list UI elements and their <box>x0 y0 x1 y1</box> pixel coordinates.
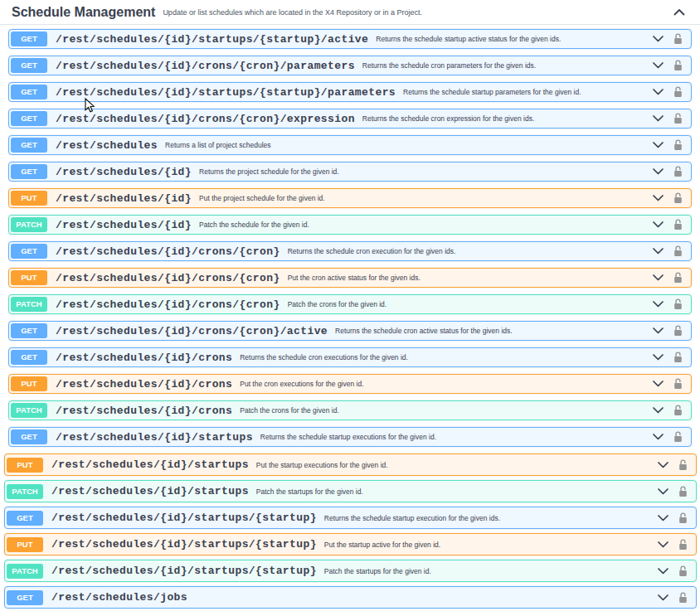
unlocked-padlock-icon[interactable] <box>673 165 683 178</box>
unlocked-padlock-icon[interactable] <box>673 430 683 444</box>
endpoint-row[interactable]: GET /rest/schedules/{id}/crons/{cron} Re… <box>8 241 692 261</box>
endpoint-row[interactable]: PATCH /rest/schedules/{id}/startups Patc… <box>4 480 697 502</box>
chevron-down-icon[interactable] <box>656 487 670 497</box>
section-collapse-button[interactable] <box>672 4 687 20</box>
method-badge: PUT <box>11 270 47 285</box>
unlocked-padlock-icon[interactable] <box>673 245 683 258</box>
unlocked-padlock-icon[interactable] <box>673 351 683 364</box>
endpoint-row[interactable]: PUT /rest/schedules/{id}/startups/{start… <box>4 533 697 555</box>
endpoint-row[interactable]: PATCH /rest/schedules/{id}/startups/{sta… <box>4 560 697 582</box>
method-badge: GET <box>7 590 43 605</box>
endpoint-path: /rest/schedules/{id}/startups/{startup}/… <box>56 33 368 46</box>
chevron-down-icon[interactable] <box>656 460 670 470</box>
chevron-down-icon[interactable] <box>656 540 670 550</box>
method-badge: PUT <box>11 376 47 391</box>
endpoint-row[interactable]: GET /rest/schedules/{id}/startups/{start… <box>4 507 697 529</box>
endpoint-row[interactable]: GET /rest/schedules/jobs <box>4 586 697 609</box>
endpoint-row[interactable]: PUT /rest/schedules/{id}/startups Put th… <box>4 454 697 476</box>
unlocked-padlock-icon[interactable] <box>673 404 683 417</box>
unlocked-padlock-icon[interactable] <box>673 85 683 99</box>
endpoint-row[interactable]: GET /rest/schedules/{id}/crons/{cron}/ex… <box>8 109 692 129</box>
endpoint-row[interactable]: GET /rest/schedules/{id}/startups/{start… <box>8 29 692 49</box>
endpoint-path: /rest/schedules/{id}/crons/{cron} <box>56 272 280 284</box>
unlocked-padlock-icon[interactable] <box>673 377 683 390</box>
endpoint-row[interactable]: PUT /rest/schedules/{id}/crons/{cron} Pu… <box>8 268 692 288</box>
method-badge: PATCH <box>7 484 43 499</box>
method-badge: GET <box>11 323 47 338</box>
endpoint-row[interactable]: PATCH /rest/schedules/{id}/crons/{cron} … <box>8 294 692 314</box>
method-badge: GET <box>11 58 47 73</box>
chevron-down-icon[interactable] <box>651 405 665 415</box>
endpoint-row[interactable]: GET /rest/schedules/{id}/crons/{cron}/pa… <box>8 56 692 75</box>
unlocked-padlock-icon[interactable] <box>673 59 683 72</box>
chevron-down-icon[interactable] <box>651 167 665 177</box>
endpoint-path: /rest/schedules/{id} <box>56 166 192 178</box>
endpoint-row[interactable]: PATCH /rest/schedules/{id} Patch the sch… <box>8 215 692 235</box>
endpoint-path: /rest/schedules/jobs <box>51 591 187 604</box>
endpoint-row[interactable]: GET /rest/schedules/{id}/startups/{start… <box>8 82 692 102</box>
section-header[interactable]: Schedule Management Update or list sched… <box>0 0 700 25</box>
endpoint-path: /rest/schedules/{id}/startups/{startup}/… <box>56 86 396 99</box>
endpoint-row[interactable]: GET /rest/schedules/{id}/startups Return… <box>8 427 692 447</box>
chevron-down-icon[interactable] <box>651 87 665 97</box>
chevron-down-icon[interactable] <box>656 593 670 603</box>
chevron-down-icon[interactable] <box>651 246 665 256</box>
chevron-down-icon[interactable] <box>651 34 665 44</box>
endpoint-row[interactable]: GET /rest/schedules/{id}/crons/{cron}/ac… <box>8 321 692 341</box>
chevron-down-icon[interactable] <box>651 379 665 389</box>
endpoint-row[interactable]: PUT /rest/schedules/{id}/crons Put the c… <box>8 374 692 394</box>
unlocked-padlock-icon[interactable] <box>673 32 683 46</box>
chevron-down-icon[interactable] <box>651 114 665 124</box>
chevron-down-icon[interactable] <box>651 220 665 230</box>
unlocked-padlock-icon[interactable] <box>678 458 688 472</box>
chevron-down-icon[interactable] <box>651 61 665 70</box>
endpoint-description: Patch the startups for the given id. <box>256 487 363 496</box>
endpoint-path: /rest/schedules/{id}/startups/{startup} <box>51 538 317 551</box>
endpoint-description: Patch the startups for the given id. <box>324 567 431 575</box>
unlocked-padlock-icon[interactable] <box>673 112 683 125</box>
endpoint-row[interactable]: PUT /rest/schedules/{id} Put the project… <box>8 188 692 208</box>
chevron-up-icon <box>673 6 685 18</box>
endpoint-path: /rest/schedules/{id} <box>56 219 192 231</box>
endpoint-path: /rest/schedules/{id}/crons/{cron}/active <box>56 325 328 337</box>
unlocked-padlock-icon[interactable] <box>673 192 683 205</box>
unlocked-padlock-icon[interactable] <box>673 298 683 311</box>
endpoint-row[interactable]: GET /rest/schedules Returns a list of pr… <box>8 135 692 155</box>
chevron-down-icon[interactable] <box>651 193 665 203</box>
unlocked-padlock-icon[interactable] <box>673 324 683 337</box>
endpoint-description: Patch the schedule for the given id. <box>199 221 309 229</box>
endpoint-row[interactable]: GET /rest/schedules/{id} Returns the pro… <box>8 162 692 182</box>
unlocked-padlock-icon[interactable] <box>673 218 683 231</box>
endpoint-row[interactable]: PATCH /rest/schedules/{id}/crons Patch t… <box>8 400 692 420</box>
chevron-down-icon[interactable] <box>651 140 665 150</box>
method-badge: GET <box>11 85 47 99</box>
endpoint-description: Returns the schedule cron execution for … <box>288 247 456 255</box>
unlocked-padlock-icon[interactable] <box>678 565 688 578</box>
chevron-down-icon[interactable] <box>651 326 665 336</box>
unlocked-padlock-icon[interactable] <box>678 591 688 604</box>
chevron-down-icon[interactable] <box>651 299 665 309</box>
chevron-down-icon[interactable] <box>651 352 665 362</box>
chevron-down-icon[interactable] <box>656 566 670 576</box>
method-badge: GET <box>11 164 47 179</box>
endpoint-description: Returns the schedule startup execution f… <box>324 514 500 522</box>
endpoint-row[interactable]: GET /rest/schedules/{id}/crons Returns t… <box>8 347 692 367</box>
method-badge: PUT <box>7 537 43 552</box>
unlocked-padlock-icon[interactable] <box>678 485 688 498</box>
endpoint-path: /rest/schedules/{id}/crons <box>56 352 232 364</box>
endpoint-description: Returns the schedule startup active stat… <box>376 35 561 43</box>
endpoint-path: /rest/schedules/{id}/crons/{cron} <box>56 245 280 258</box>
unlocked-padlock-icon[interactable] <box>678 512 688 525</box>
unlocked-padlock-icon[interactable] <box>673 271 683 284</box>
chevron-down-icon[interactable] <box>651 432 665 442</box>
method-badge: GET <box>11 111 47 126</box>
endpoint-path: /rest/schedules/{id}/crons/{cron}/expres… <box>56 113 355 125</box>
endpoint-path: /rest/schedules/{id}/startups <box>51 485 249 497</box>
unlocked-padlock-icon[interactable] <box>673 138 683 152</box>
endpoint-path: /rest/schedules/{id}/crons <box>56 378 232 390</box>
unlocked-padlock-icon[interactable] <box>678 538 688 551</box>
chevron-down-icon[interactable] <box>651 273 665 283</box>
method-badge: PATCH <box>11 217 47 232</box>
chevron-down-icon[interactable] <box>656 513 670 523</box>
endpoint-description: Returns the schedule cron parameters for… <box>362 61 536 70</box>
